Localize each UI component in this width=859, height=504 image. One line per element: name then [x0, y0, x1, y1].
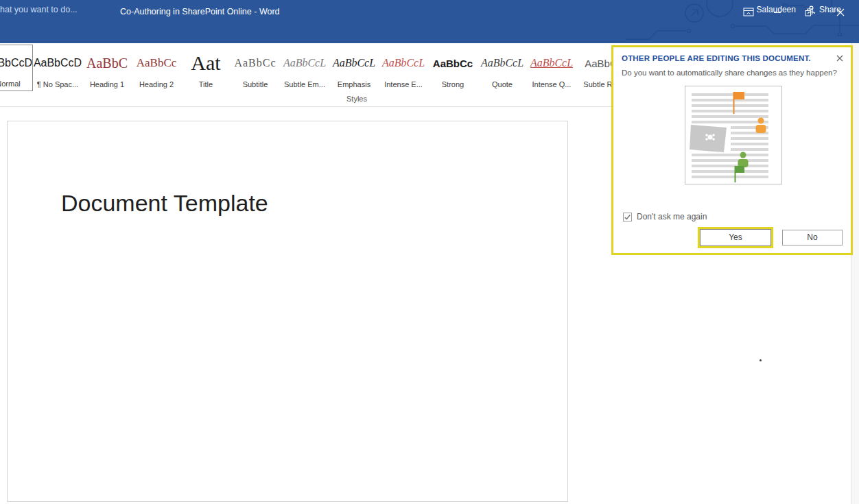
style-label: Subtle Em...	[284, 80, 325, 88]
style-item-normal[interactable]: AaBbCcD Normal	[0, 45, 33, 91]
styles-gallery: AaBbCcD Normal AaBbCcD ¶ No Spac... AaBb…	[0, 45, 626, 91]
style-item-heading-1[interactable]: AaBbC Heading 1	[82, 45, 132, 91]
style-item-intense-quote[interactable]: AaBbCcL Intense Q...	[527, 45, 576, 91]
share-button[interactable]: Share	[807, 5, 841, 14]
popup-close-icon	[836, 55, 843, 62]
coauthor-share-popup: OTHER PEOPLE ARE EDITING THIS DOCUMENT. …	[611, 45, 853, 255]
style-item-quote[interactable]: AaBbCcL Quote	[478, 45, 527, 91]
document-title-text: Document Template	[61, 190, 268, 217]
dont-ask-label: Don't ask me again	[637, 212, 707, 221]
tell-me-box[interactable]: hat you want to do...	[0, 0, 78, 19]
style-item-subtle-emphasis[interactable]: AaBbCcL Subtle Em...	[280, 45, 329, 91]
style-preview: AaBbCcL	[481, 46, 523, 80]
style-label: Heading 2	[139, 80, 174, 88]
cursor-dot	[760, 359, 762, 361]
share-person-icon	[807, 5, 816, 14]
style-preview: AaBbCc	[137, 46, 177, 80]
popup-heading: OTHER PEOPLE ARE EDITING THIS DOCUMENT.	[622, 54, 811, 62]
style-preview: AaBbCcL	[283, 46, 326, 80]
green-flag-icon	[736, 166, 745, 182]
style-preview: AaBbCcL	[530, 46, 573, 80]
style-label: Intense Q...	[532, 80, 572, 88]
orange-person-icon	[756, 118, 766, 134]
style-preview: AaBbCcD	[34, 46, 82, 80]
style-preview: AaBbCcL	[333, 46, 375, 80]
share-label: Share	[819, 5, 841, 14]
document-page[interactable]: Document Template	[7, 121, 568, 502]
style-preview: AaBbCc	[234, 46, 276, 80]
yes-button[interactable]: Yes	[700, 229, 771, 246]
style-label: Strong	[442, 80, 464, 88]
style-label: Emphasis	[338, 80, 370, 88]
style-label: Heading 1	[90, 80, 124, 88]
dont-ask-checkbox-row[interactable]: Don't ask me again	[623, 212, 707, 221]
account-area: Salaudeen Share	[757, 0, 841, 19]
dont-ask-checkbox[interactable]	[623, 213, 632, 221]
style-preview: AaBbC	[86, 46, 128, 80]
popup-close-button[interactable]	[834, 52, 846, 64]
style-item-emphasis[interactable]: AaBbCcL Emphasis	[329, 45, 379, 91]
style-label: Intense E...	[384, 80, 423, 88]
style-label: Quote	[492, 80, 513, 88]
word-window: Co-Authoring in SharePoint Online - Word	[0, 0, 859, 504]
no-button[interactable]: No	[782, 230, 843, 245]
styles-group-label: Styles	[0, 92, 714, 107]
style-item-heading-2[interactable]: AaBbCc Heading 2	[132, 45, 181, 91]
style-preview: AaBbCcL	[382, 46, 425, 80]
style-preview: AaBbCcD	[0, 47, 32, 80]
style-item-intense-emphasis[interactable]: AaBbCcL Intense E...	[379, 45, 428, 91]
ribbon-tab-row	[0, 24, 859, 43]
style-item-subtitle[interactable]: AaBbCc Subtitle	[231, 45, 280, 91]
style-item-no-spacing[interactable]: AaBbCcD ¶ No Spac...	[33, 45, 82, 91]
coauthoring-illustration	[685, 86, 782, 184]
popup-question: Do you want to automatically share chang…	[622, 69, 837, 77]
style-preview: AaBbCc	[433, 46, 473, 80]
style-label: ¶ No Spac...	[37, 80, 78, 88]
check-icon	[624, 213, 631, 221]
style-label: Subtitle	[243, 80, 268, 88]
style-label: Normal	[0, 80, 21, 88]
style-label: Title	[199, 80, 213, 88]
ribbon-display-options-icon	[743, 8, 754, 16]
style-preview: Aat	[191, 46, 220, 80]
user-name[interactable]: Salaudeen	[757, 5, 796, 14]
style-item-title[interactable]: Aat Title	[181, 45, 231, 91]
coauthoring-illustration-graphic	[685, 86, 781, 184]
window-title: Co-Authoring in SharePoint Online - Word	[120, 0, 280, 24]
style-item-strong[interactable]: AaBbCc Strong	[428, 45, 478, 91]
